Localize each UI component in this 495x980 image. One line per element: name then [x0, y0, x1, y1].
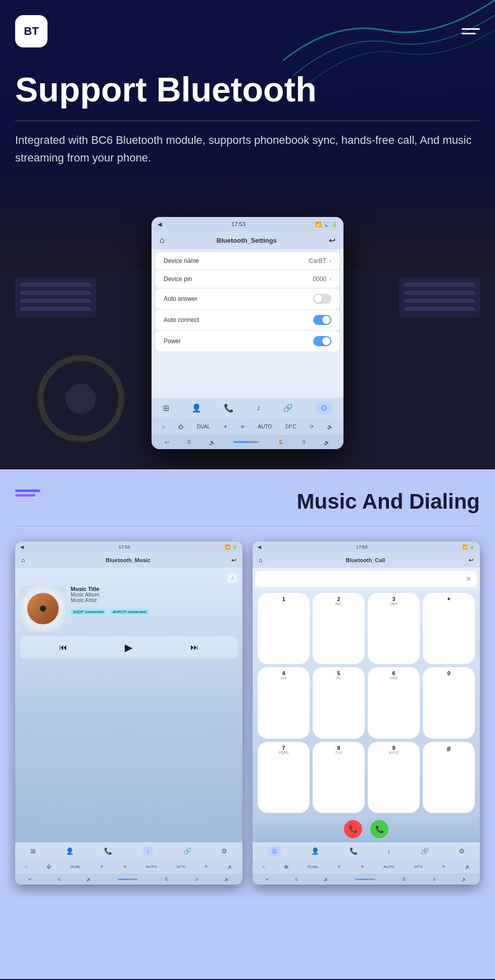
seat-cv[interactable]: 🪑 [402, 877, 407, 882]
music-add-button[interactable]: ♪ [227, 573, 237, 583]
toggle-dot [314, 295, 322, 303]
back-cv[interactable]: ↩ [266, 877, 269, 882]
seat-mv[interactable]: 🪑 [164, 877, 169, 882]
vol-cc[interactable]: 🔊 [465, 864, 470, 869]
link-icon-call[interactable]: 🔗 [421, 847, 429, 855]
music-nav-icon[interactable]: ♪ [257, 403, 261, 412]
next-button[interactable]: ⏭ [190, 643, 199, 652]
dial-6[interactable]: 6MNO [368, 667, 420, 738]
vol-up-icon[interactable]: 🔊 [324, 440, 330, 445]
settings-icon-call[interactable]: ⚙ [459, 847, 465, 855]
dial-7[interactable]: 7PQRS [258, 742, 310, 813]
battery-icon: 🔋 [331, 222, 337, 227]
fan-icon[interactable]: ✳ [223, 424, 227, 429]
vol-num-right: 0 [303, 440, 306, 445]
vol-down-cv[interactable]: 🔉 [324, 877, 329, 882]
power-climate-icon[interactable]: ⏻ [178, 424, 183, 429]
home-cc[interactable]: ⌂ [262, 864, 265, 869]
link-nav-icon[interactable]: 🔗 [283, 403, 293, 413]
user-icon-music[interactable]: 👤 [66, 847, 74, 855]
setting-row-device-pin[interactable]: Device pin 0000 › [156, 270, 339, 288]
phone-icon-music[interactable]: 📞 [104, 847, 112, 855]
call-volume-bar: ↩ 0 🔉 🪑 0 🔊 [253, 874, 480, 885]
vol-down-icon[interactable]: 🔉 [209, 440, 215, 445]
device-nav-bar: ⌂ Bluetooth_Settings ↩ [152, 231, 343, 249]
dial-9[interactable]: 9WXYZ [368, 742, 420, 813]
call-back-nav-icon: ↩ [469, 557, 474, 564]
grid-nav-icon[interactable]: ⊞ [163, 403, 169, 413]
music-signal-icon: 📶 [225, 545, 230, 550]
grid-icon-call[interactable]: ⊞ [268, 846, 281, 856]
dial-star[interactable]: * [423, 593, 475, 664]
auto-mc[interactable]: AUTO [146, 864, 157, 869]
vol-down-mv[interactable]: 🔉 [86, 877, 91, 882]
call-signal-icon: 📶 [462, 545, 468, 550]
svg-rect-5 [20, 307, 91, 311]
sync-mc[interactable]: ⟳ [205, 864, 208, 869]
music-icon-call[interactable]: ♪ [387, 847, 391, 855]
dial-5[interactable]: 5JKL [313, 667, 365, 738]
sync-icon[interactable]: ⟳ [310, 424, 314, 429]
phone-nav-icon[interactable]: 📞 [224, 403, 234, 413]
ac-mc[interactable]: ≋ [123, 864, 127, 869]
power-cc[interactable]: ⏻ [284, 864, 288, 869]
auto-answer-toggle[interactable] [313, 294, 331, 304]
dial-hash[interactable]: # [423, 742, 475, 813]
mini-vol-slider[interactable] [118, 879, 138, 880]
user-nav-icon[interactable]: 👤 [191, 403, 202, 413]
volume-icon[interactable]: 🔊 [327, 424, 333, 429]
fan-mc[interactable]: ✳ [100, 864, 104, 869]
num-cv-r: 0 [433, 877, 435, 882]
back-vol-icon[interactable]: ↩ [165, 440, 169, 445]
power-mc[interactable]: ⏻ [46, 864, 51, 869]
dual-climate-icon[interactable]: DUAL [196, 424, 210, 429]
dial-8[interactable]: 8TUV [313, 742, 365, 813]
vol-num-left: 0 [187, 440, 190, 445]
home-climate-icon[interactable]: ⌂ [162, 424, 165, 429]
toggle-dot-3 [322, 337, 330, 345]
dual-mc[interactable]: DUAL [70, 864, 81, 869]
call-vol-slider[interactable] [355, 879, 375, 880]
call-device: ◀ 17:53 📶 🔋 ⌂ Bluetooth_Call ↩ ✕ [253, 541, 480, 885]
call-home-icon: ⌂ [259, 557, 262, 564]
fan-cc[interactable]: ✳ [337, 864, 341, 869]
link-icon-music[interactable]: 🔗 [183, 847, 191, 855]
device-screen: ◀ 17:53 📶 📡 🔋 ⌂ Bluetooth_Settings ↩ Dev… [152, 217, 343, 449]
phone-icon-call[interactable]: 📞 [350, 847, 358, 855]
answer-call-button[interactable]: 📞 [370, 820, 388, 838]
svg-rect-10 [404, 307, 475, 311]
setting-row-device-name[interactable]: Device name CarBT › [156, 252, 339, 269]
user-icon-call[interactable]: 👤 [311, 847, 319, 855]
vol-mc[interactable]: 🔊 [228, 864, 233, 869]
play-button[interactable]: ▶ [125, 641, 132, 654]
settings-nav-icon[interactable]: ⚙ [315, 401, 332, 415]
dial-4[interactable]: 4GHI [258, 667, 310, 738]
back-mv[interactable]: ↩ [28, 877, 32, 882]
chevron-icon: › [329, 257, 331, 264]
ac-cc[interactable]: ≋ [361, 864, 364, 869]
power-toggle[interactable] [313, 336, 331, 346]
ac-icon[interactable]: ≋ [240, 424, 244, 429]
delete-icon[interactable]: ✕ [466, 575, 472, 583]
sync-cc[interactable]: ⟳ [442, 864, 445, 869]
dial-2[interactable]: 2ABC [313, 593, 365, 664]
home-mc[interactable]: ⌂ [25, 864, 27, 869]
seat-icon[interactable]: 🪑 [278, 440, 284, 445]
settings-icon-music[interactable]: ⚙ [221, 847, 227, 855]
vol-up-mv[interactable]: 🔊 [224, 877, 229, 882]
end-call-button[interactable]: 📞 [344, 820, 362, 838]
auto-cc[interactable]: AUTO [383, 864, 394, 869]
grid-icon-music[interactable]: ⊞ [30, 847, 36, 855]
back-icon: ↩ [329, 236, 335, 245]
dial-1[interactable]: 1— [258, 593, 310, 664]
music-icon-music[interactable]: ♪ [142, 846, 154, 856]
hamburger-button[interactable] [462, 28, 480, 34]
auto-connect-toggle[interactable] [313, 315, 331, 325]
prev-button[interactable]: ⏮ [59, 643, 67, 652]
dial-0[interactable]: 0· [423, 667, 475, 738]
auto-icon[interactable]: AUTO [258, 424, 272, 429]
dual-cc[interactable]: DUAL [308, 864, 318, 869]
volume-slider[interactable] [234, 441, 259, 443]
vol-up-cv[interactable]: 🔊 [462, 877, 467, 882]
dial-3[interactable]: 3DEF [368, 593, 420, 664]
